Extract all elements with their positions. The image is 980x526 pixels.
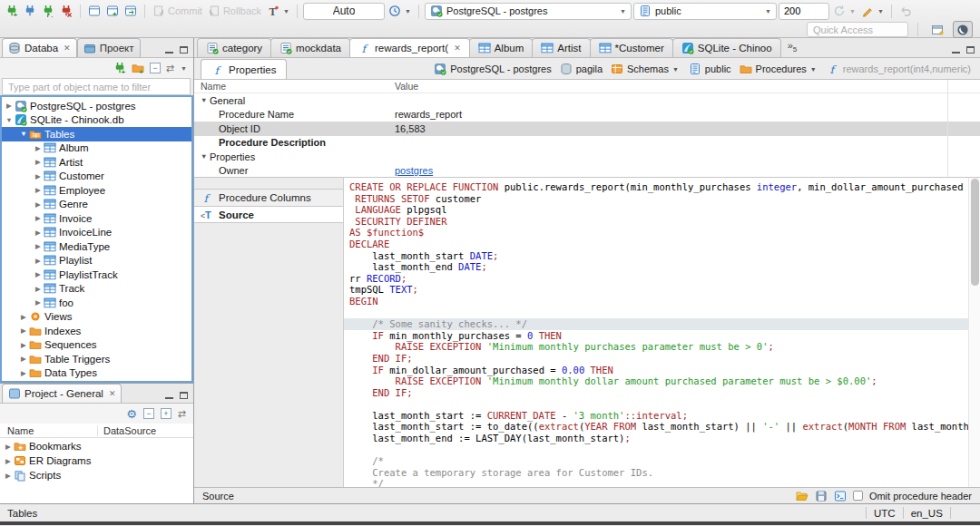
collapse-all-icon[interactable]: −	[143, 408, 154, 419]
commit-button[interactable]: Commit	[151, 4, 204, 18]
tree-item-sqlite-chinook-db[interactable]: ▼SQLite - Chinook.db	[2, 113, 191, 128]
maximize-icon[interactable]	[966, 46, 975, 54]
property-row-procedure-description[interactable]: Procedure Description	[194, 136, 980, 151]
breadcrumb-item-pagila[interactable]: pagila	[556, 62, 606, 76]
transaction-history-button[interactable]: ▼	[387, 4, 413, 18]
expander-right-icon[interactable]: ▶	[4, 457, 13, 465]
tree-item-playlist[interactable]: ▶Playlist	[2, 254, 191, 268]
locale-indicator[interactable]: en_US	[911, 508, 943, 519]
navigator-filter-input[interactable]	[2, 78, 191, 95]
owner-link[interactable]: postgres	[395, 165, 433, 176]
property-row-owner[interactable]: Ownerpostgres	[194, 164, 980, 179]
schema-select[interactable]: public▼	[633, 3, 777, 20]
connection-select[interactable]: PostgreSQL - postgres▼	[425, 3, 632, 20]
expander-down-icon[interactable]: ▼	[5, 116, 14, 124]
close-icon[interactable]: ✕	[454, 44, 461, 53]
minimize-icon[interactable]	[165, 392, 173, 399]
editor-tab-album[interactable]: Album	[469, 38, 534, 57]
link-with-editor-icon[interactable]: ⇄	[178, 409, 186, 419]
breadcrumb-item-schemas[interactable]: Schemas▼	[607, 62, 684, 76]
expander-right-icon[interactable]: ▶	[34, 270, 43, 278]
connect-icon[interactable]: +	[113, 62, 126, 74]
expander-right-icon[interactable]: ▶	[34, 298, 43, 307]
connect-button[interactable]	[22, 4, 38, 18]
scrollbar-thumb[interactable]	[971, 179, 979, 286]
close-icon[interactable]: ✕	[64, 44, 71, 53]
column-header-datasource[interactable]: DataSource	[98, 425, 156, 436]
expander-right-icon[interactable]: ▶	[34, 229, 43, 237]
expander-right-icon[interactable]: ▶	[19, 326, 28, 335]
minimize-icon[interactable]	[165, 46, 173, 54]
expander-down-icon[interactable]: ▼	[201, 152, 210, 161]
tree-item-data-types[interactable]: ▶Data Types	[2, 366, 191, 381]
tree-item-sequences[interactable]: ▶Sequences	[2, 338, 191, 353]
expander-right-icon[interactable]: ▶	[34, 242, 43, 250]
tree-item-album[interactable]: ▶Album	[2, 141, 191, 156]
dbeaver-perspective-button[interactable]	[953, 21, 973, 38]
breadcrumb-item-rewards-report-int4-numeric[interactable]: frewards_report(int4,numeric)	[823, 62, 975, 76]
expand-all-icon[interactable]: +	[161, 408, 172, 419]
tree-item-tables[interactable]: ▼Tables	[2, 127, 191, 141]
editor-tab-sqlite-chinoo[interactable]: SQLite - Chinoo	[672, 38, 781, 57]
breadcrumb-item-public[interactable]: public	[685, 62, 735, 76]
editor-tab-category[interactable]: category	[197, 38, 271, 57]
side-tab-procedure-columns[interactable]: fProcedure Columns	[194, 189, 343, 206]
tree-item-invoiceline[interactable]: ▶InvoiceLine	[2, 226, 191, 240]
timezone-indicator[interactable]: UTC	[874, 508, 896, 519]
omit-procedure-header-checkbox[interactable]	[853, 491, 863, 501]
tab-project-general[interactable]: Project - General ✕	[2, 384, 122, 403]
expander-right-icon[interactable]: ▶	[19, 341, 28, 349]
expander-right-icon[interactable]: ▶	[4, 443, 13, 451]
gear-icon[interactable]: ⚙	[126, 408, 137, 420]
tab-database-navigator[interactable]: Databa ✕	[2, 38, 77, 57]
column-header-name[interactable]: Name	[194, 81, 390, 92]
tree-item-artist[interactable]: ▶Artist	[2, 155, 191, 170]
tab-project-explorer[interactable]: Проект	[77, 38, 141, 57]
maximize-icon[interactable]	[180, 392, 188, 399]
open-perspective-button[interactable]: ★	[927, 21, 947, 38]
open-file-icon[interactable]	[796, 490, 808, 502]
expander-right-icon[interactable]: ▶	[34, 186, 43, 194]
tree-item-playlisttrack[interactable]: ▶PlaylistTrack	[2, 268, 191, 282]
project-item-scripts[interactable]: ▶Scripts	[0, 468, 193, 482]
property-row-object-id[interactable]: Object ID16,583	[194, 122, 980, 136]
chevron-down-icon[interactable]: ▼	[672, 66, 679, 73]
column-header-name[interactable]: Name	[0, 425, 98, 436]
undo-button[interactable]	[897, 4, 914, 18]
column-header-value[interactable]: Value	[390, 81, 980, 92]
expander-right-icon[interactable]: ▶	[34, 158, 43, 166]
code-scrollbar[interactable]	[968, 178, 980, 487]
source-code-editor[interactable]: CREATE OR REPLACE FUNCTION public.reward…	[344, 178, 968, 487]
tree-item-indexes[interactable]: ▶Indexes	[2, 324, 191, 338]
tree-item-foo[interactable]: ▶foo	[2, 296, 191, 310]
expander-right-icon[interactable]: ▶	[19, 313, 28, 321]
tab-properties[interactable]: f Properties	[201, 59, 287, 79]
collapse-all-icon[interactable]: −	[150, 63, 161, 73]
breadcrumb-item-postgresql-postgres[interactable]: PostgreSQL - postgres	[430, 62, 554, 76]
rollback-button[interactable]: Rollback	[206, 4, 263, 18]
project-item-bookmarks[interactable]: ▶★Bookmarks	[0, 439, 193, 453]
project-item-er-diagrams[interactable]: ▶ER Diagrams	[0, 453, 193, 468]
save-icon[interactable]	[815, 490, 828, 502]
tree-item-views[interactable]: ▶Views	[2, 310, 191, 325]
tree-item-genre[interactable]: ▶Genre	[2, 198, 191, 212]
view-menu-icon[interactable]: ▼	[181, 65, 187, 72]
console-icon[interactable]	[834, 490, 847, 502]
expander-down-icon[interactable]: ▼	[19, 130, 28, 138]
editor-tab-customer[interactable]: *Customer	[590, 38, 673, 57]
reconnect-button[interactable]	[40, 4, 56, 18]
new-connection-button[interactable]: +	[4, 4, 20, 18]
expander-right-icon[interactable]: ▶	[5, 102, 14, 110]
editor-tab-artist[interactable]: Artist	[532, 38, 590, 57]
expander-right-icon[interactable]: ▶	[34, 172, 43, 180]
tree-item-customer[interactable]: ▶Customer	[2, 170, 191, 184]
transaction-mode-select[interactable]: Auto	[303, 3, 385, 20]
new-folder-icon[interactable]: +	[132, 62, 144, 74]
expander-right-icon[interactable]: ▶	[19, 355, 28, 363]
tree-item-table-triggers[interactable]: ▶Table Triggers	[2, 352, 191, 366]
side-tab-source[interactable]: <TSource	[194, 206, 343, 223]
expander-right-icon[interactable]: ▶	[34, 200, 43, 209]
close-icon[interactable]: ✕	[109, 389, 116, 398]
transaction-log-button[interactable]: T▼	[265, 4, 291, 18]
expander-right-icon[interactable]: ▶	[34, 214, 43, 222]
